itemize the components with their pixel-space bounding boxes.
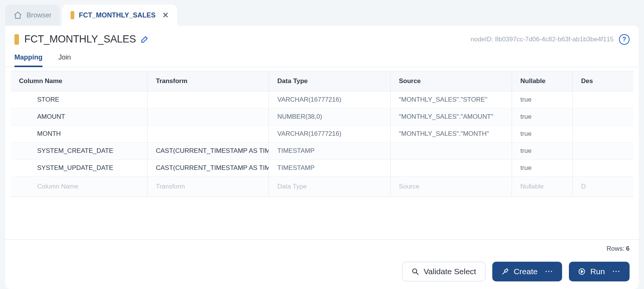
svg-line-1 [416, 273, 418, 275]
col-header-name[interactable]: Column Name [11, 71, 147, 91]
edit-icon[interactable] [140, 35, 149, 44]
help-icon[interactable]: ? [619, 34, 630, 45]
status-bar: Rows: 6 [5, 239, 639, 258]
cell-name: AMOUNT [11, 108, 147, 126]
run-button[interactable]: Run ··· [569, 262, 630, 281]
table-row[interactable]: SYSTEM_CREATE_DATE CAST(CURRENT_TIMESTAM… [11, 143, 633, 160]
cell-data-type: VARCHAR(16777216) [269, 91, 390, 108]
table-icon [14, 34, 19, 45]
cell-transform: CAST(CURRENT_TIMESTAMP AS TIM [147, 143, 269, 160]
col-header-transform[interactable]: Transform [147, 71, 269, 91]
create-label: Create [514, 267, 537, 276]
tab-browser-label: Browser [27, 11, 52, 19]
placeholder-name: Column Name [11, 177, 147, 197]
page-header: FCT_MONTHLY_SALES nodeID: 8b0397cc-7d06-… [5, 26, 639, 49]
table-row-new[interactable]: Column Name Transform Data Type Source N… [11, 177, 633, 197]
tab-join[interactable]: Join [58, 53, 71, 67]
create-button[interactable]: Create ··· [492, 262, 562, 281]
cell-source: "MONTHLY_SALES"."MONTH" [390, 126, 512, 143]
col-header-data-type[interactable]: Data Type [269, 71, 390, 91]
main-panel: FCT_MONTHLY_SALES nodeID: 8b0397cc-7d06-… [5, 26, 639, 289]
validate-label: Validate Select [424, 267, 476, 276]
cell-data-type: TIMESTAMP [269, 160, 390, 177]
more-icon[interactable]: ··· [613, 268, 620, 276]
cell-data-type: VARCHAR(16777216) [269, 126, 390, 143]
close-icon[interactable]: ✕ [162, 11, 169, 19]
tab-browser[interactable]: Browser [5, 5, 60, 26]
table-row[interactable]: MONTH VARCHAR(16777216) "MONTHLY_SALES".… [11, 126, 633, 143]
cell-description [573, 160, 633, 177]
mapping-table: Column Name Transform Data Type Source N… [11, 71, 633, 197]
run-label: Run [590, 267, 605, 276]
sub-tab-bar: Mapping Join [5, 49, 639, 67]
page-title: FCT_MONTHLY_SALES [24, 33, 136, 45]
tab-mapping[interactable]: Mapping [14, 53, 42, 67]
cell-nullable: true [512, 91, 573, 108]
tab-fct-label: FCT_MONTHLY_SALES [79, 11, 156, 19]
placeholder-description: D [573, 177, 633, 197]
col-header-nullable[interactable]: Nullable [512, 71, 573, 91]
cell-description [573, 91, 633, 108]
cell-name: SYSTEM_UPDATE_DATE [11, 160, 147, 177]
cell-nullable: true [512, 160, 573, 177]
col-header-description[interactable]: Des [573, 71, 633, 91]
cell-transform [147, 91, 269, 108]
placeholder-nullable: Nullable [512, 177, 573, 197]
top-tab-bar: Browser FCT_MONTHLY_SALES ✕ [0, 0, 644, 26]
cell-name: SYSTEM_CREATE_DATE [11, 143, 147, 160]
cell-transform [147, 126, 269, 143]
cell-description [573, 108, 633, 126]
rows-count: 6 [626, 245, 630, 253]
home-icon [14, 11, 22, 19]
placeholder-data-type: Data Type [269, 177, 390, 197]
svg-point-0 [413, 269, 417, 273]
cell-name: STORE [11, 91, 147, 108]
cell-transform [147, 108, 269, 126]
play-icon [578, 268, 586, 275]
col-header-source[interactable]: Source [390, 71, 512, 91]
svg-marker-3 [581, 270, 583, 273]
cell-nullable: true [512, 143, 573, 160]
tab-fct-monthly-sales[interactable]: FCT_MONTHLY_SALES ✕ [62, 5, 177, 26]
cell-name: MONTH [11, 126, 147, 143]
cell-source [390, 143, 512, 160]
cell-nullable: true [512, 126, 573, 143]
cell-description [573, 126, 633, 143]
cell-description [573, 143, 633, 160]
validate-select-button[interactable]: Validate Select [402, 262, 486, 281]
more-icon[interactable]: ··· [545, 268, 553, 276]
rows-label: Rows: [606, 245, 624, 253]
table-icon [71, 11, 74, 19]
cell-source: "MONTHLY_SALES"."STORE" [390, 91, 512, 108]
cell-nullable: true [512, 108, 573, 126]
cell-source [390, 160, 512, 177]
wrench-icon [501, 268, 509, 275]
table-row[interactable]: STORE VARCHAR(16777216) "MONTHLY_SALES".… [11, 91, 633, 108]
table-row[interactable]: SYSTEM_UPDATE_DATE CAST(CURRENT_TIMESTAM… [11, 160, 633, 177]
table-row[interactable]: AMOUNT NUMBER(38,0) "MONTHLY_SALES"."AMO… [11, 108, 633, 126]
node-id-label: nodeID: 8b0397cc-7d06-4c82-b63f-ab1b3be4… [471, 36, 614, 43]
placeholder-transform: Transform [147, 177, 269, 197]
cell-data-type: NUMBER(38,0) [269, 108, 390, 126]
mapping-table-wrap: Column Name Transform Data Type Source N… [5, 67, 639, 197]
cell-data-type: TIMESTAMP [269, 143, 390, 160]
cell-transform: CAST(CURRENT_TIMESTAMP AS TIM [147, 160, 269, 177]
cell-source: "MONTHLY_SALES"."AMOUNT" [390, 108, 512, 126]
search-icon [412, 268, 419, 275]
placeholder-source: Source [390, 177, 512, 197]
action-bar: Validate Select Create ··· Run ··· [5, 258, 639, 289]
